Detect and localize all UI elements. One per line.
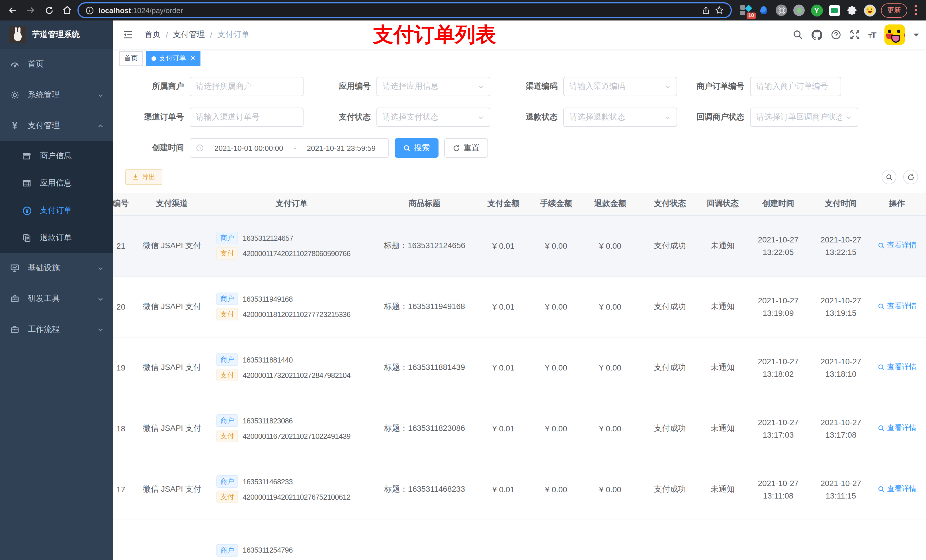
order-type-tag: 支付 — [216, 430, 238, 442]
logo-image — [9, 26, 26, 43]
browser-back-icon[interactable] — [5, 2, 21, 18]
yen-icon: ¥ — [10, 121, 20, 130]
notify-status-select[interactable]: 请选择订单回调商户状态 — [750, 107, 858, 127]
sidebar-toggle-icon[interactable] — [120, 26, 137, 43]
sidebar-item-pay-order[interactable]: 支付订单 — [0, 197, 113, 224]
date-start: 2021-10-01 00:00:00 — [207, 144, 291, 152]
extension-chat-icon[interactable] — [828, 4, 841, 17]
extensions-puzzle-icon[interactable] — [846, 4, 858, 17]
sidebar-item-merchant-info[interactable]: 商户信息 — [0, 142, 113, 170]
reset-button[interactable]: 重置 — [444, 138, 488, 158]
toggle-search-icon[interactable] — [882, 170, 896, 184]
cell-created-time: 2021-10-2713:22:05 — [743, 215, 814, 276]
chevron-down-icon — [478, 114, 484, 120]
filter-label: 支付状态 — [317, 112, 377, 122]
avatar-caret-icon[interactable] — [914, 33, 919, 39]
user-avatar[interactable] — [884, 24, 905, 45]
column-header: 支付状态 — [637, 193, 703, 215]
extension-y-icon[interactable]: Y — [810, 4, 823, 17]
site-info-icon[interactable] — [85, 6, 94, 15]
bookmark-star-icon[interactable] — [715, 6, 724, 15]
table-row: 商户1635311254796 — [113, 519, 926, 560]
view-detail-link[interactable]: 查看详情 — [877, 240, 917, 251]
sidebar-item-system[interactable]: 系统管理 — [0, 80, 113, 110]
app-select[interactable]: 请选择应用信息 — [377, 77, 490, 96]
extension-grid-icon[interactable]: 10 — [740, 4, 752, 17]
sidebar-item-app-info[interactable]: 应用信息 — [0, 170, 113, 197]
breadcrumb-home[interactable]: 首页 — [145, 30, 160, 40]
extension-pin-icon[interactable] — [757, 4, 770, 17]
cell-amount: ¥ 0.01 — [478, 215, 529, 276]
profile-avatar[interactable] — [863, 4, 876, 17]
merchant-order-no-input[interactable]: 请输入商户订单编号 — [750, 77, 841, 96]
sidebar-item-label: 首页 — [28, 59, 113, 69]
view-detail-link[interactable]: 查看详情 — [877, 484, 917, 494]
fullscreen-icon[interactable] — [849, 30, 859, 40]
filter-label: 渠道编码 — [504, 82, 563, 92]
browser-reload-icon[interactable] — [41, 2, 57, 18]
column-header: 支付渠道 — [132, 193, 212, 215]
cell-title: 标题：1635311949168 — [371, 276, 478, 337]
sidebar-item-devtools[interactable]: 研发工具 — [0, 284, 113, 314]
browser-forward-icon[interactable] — [23, 2, 39, 18]
extension-dot-icon[interactable] — [793, 4, 805, 17]
cell-created-time: 2021-10-2713:18:02 — [743, 337, 814, 398]
filter-label: 商户订单编号 — [691, 82, 750, 92]
breadcrumb-separator: / — [166, 30, 168, 39]
help-icon[interactable] — [831, 30, 841, 40]
sidebar-item-infra[interactable]: 基础设施 — [0, 253, 113, 284]
filter-create-time: 创建时间 2021-10-01 00:00:00 - 2021-10-31 23… — [130, 138, 389, 158]
order-type-tag: 商户 — [216, 475, 238, 488]
view-detail-link[interactable]: 查看详情 — [877, 362, 917, 373]
browser-home-icon[interactable] — [59, 2, 75, 18]
pay-status-select[interactable]: 请选择支付状态 — [377, 107, 490, 127]
view-detail-link[interactable]: 查看详情 — [877, 301, 917, 312]
sidebar-item-pay[interactable]: ¥ 支付管理 — [0, 110, 113, 141]
channel-order-no-input[interactable]: 请输入渠道订单号 — [190, 107, 304, 127]
github-icon[interactable] — [811, 29, 822, 40]
url-text: localhost:1024/pay/order — [98, 6, 183, 15]
font-size-icon[interactable]: TT — [868, 30, 876, 39]
extension-command-icon[interactable] — [775, 4, 788, 17]
cell-id: 20 — [113, 276, 132, 337]
browser-menu-icon[interactable] — [915, 5, 917, 15]
search-icon[interactable] — [793, 30, 803, 40]
create-time-range[interactable]: 2021-10-01 00:00:00 - 2021-10-31 23:59:5… — [190, 138, 389, 158]
store-icon — [22, 151, 32, 160]
sidebar-item-label: 支付订单 — [40, 205, 113, 216]
sidebar-item-refund-order[interactable]: 退款订单 — [0, 224, 113, 252]
cell-notify-status: 未通知 — [703, 459, 743, 519]
chevron-up-icon — [97, 123, 104, 129]
cell-title: 标题：1635312124656 — [371, 215, 478, 276]
channel-code-select[interactable]: 请输入渠道编码 — [563, 77, 677, 96]
breadcrumb-pay[interactable]: 支付管理 — [173, 30, 205, 40]
cell-channel — [132, 519, 212, 560]
filter-label: 回调商户状态 — [691, 112, 750, 122]
address-bar[interactable]: localhost:1024/pay/order — [77, 2, 732, 18]
order-number: 1635311254796 — [243, 546, 293, 554]
filter-row-1: 所属商户 请选择所属商户 应用编号 请选择应用信息 渠道编码 请输入渠道编码 — [113, 77, 926, 96]
sidebar-item-home[interactable]: 首页 — [0, 49, 113, 80]
cell-notify-status — [703, 519, 743, 560]
tab-home[interactable]: 首页 — [119, 51, 143, 66]
cell-notify-status: 未通知 — [703, 215, 743, 276]
cell-channel: 微信 JSAPI 支付 — [132, 459, 212, 519]
share-icon[interactable] — [702, 6, 710, 15]
search-button[interactable]: 搜索 — [395, 138, 439, 158]
sidebar-item-workflow[interactable]: 工作流程 — [0, 314, 113, 345]
page-content: 所属商户 请选择所属商户 应用编号 请选择应用信息 渠道编码 请输入渠道编码 — [113, 68, 926, 560]
update-button[interactable]: 更新 — [881, 3, 907, 17]
refund-status-select[interactable]: 请选择退款状态 — [563, 107, 677, 127]
main-panel: 首页 / 支付管理 / 支付订单 支付订单列表 — [113, 21, 926, 560]
order-type-tag: 支付 — [216, 247, 238, 260]
merchant-input[interactable]: 请选择所属商户 — [190, 77, 304, 96]
refresh-table-icon[interactable] — [903, 170, 918, 184]
cell-title: 标题：1635311468233 — [371, 459, 478, 519]
app-logo[interactable]: 芋道管理系统 — [0, 21, 113, 49]
order-number: 4200001181202110277723215336 — [243, 310, 351, 318]
close-icon[interactable]: ✕ — [190, 54, 195, 62]
view-detail-link[interactable]: 查看详情 — [877, 423, 917, 433]
cell-amount: ¥ 0.01 — [478, 459, 529, 519]
tab-pay-order[interactable]: 支付订单 ✕ — [146, 51, 200, 66]
export-button[interactable]: 导出 — [125, 169, 162, 185]
